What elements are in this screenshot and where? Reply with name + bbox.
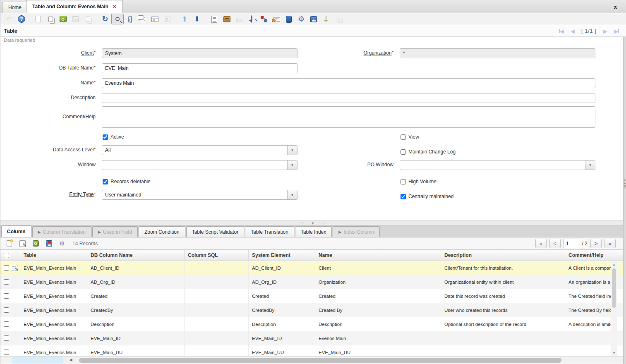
centrally-maintained-checkbox[interactable] [401, 194, 406, 199]
table-row[interactable]: EVE_Main_Evenos Main AD_Client_ID AD_Cli… [0, 261, 623, 275]
col-header-table[interactable]: Table [20, 250, 87, 261]
last-record-icon[interactable]: ▶ [614, 28, 619, 34]
undo-icon[interactable]: ↶ [3, 14, 15, 24]
process-icon[interactable]: ⚙ [295, 14, 307, 24]
tab-table-translation[interactable]: Table Translation [245, 226, 294, 237]
horizontal-scroll-thumb[interactable] [79, 358, 561, 363]
detail-save-icon[interactable] [44, 239, 53, 248]
row-checkbox[interactable] [4, 293, 9, 299]
entity-type-field[interactable] [102, 190, 297, 200]
data-access-level-field[interactable] [102, 145, 297, 155]
window-dropdown-icon[interactable] [287, 160, 297, 170]
requery-icon[interactable]: ↻ [99, 14, 111, 24]
view-checkbox[interactable] [401, 134, 406, 140]
scroll-down-icon[interactable]: ▼ [611, 350, 617, 356]
active-checkbox[interactable] [103, 134, 108, 140]
save-icon[interactable] [69, 14, 82, 24]
horizontal-splitter[interactable]: ···▼··· [0, 220, 623, 226]
grid-vertical-scrollbar[interactable]: ▲ ▼ [611, 261, 617, 356]
comment-help-field[interactable] [102, 106, 595, 128]
scroll-left-icon[interactable]: ◀ [69, 357, 72, 362]
page-last-button[interactable]: » [604, 239, 616, 248]
tab-zoom-condition[interactable]: Zoom Condition [139, 226, 185, 237]
print-label-icon[interactable] [332, 14, 345, 24]
east-splitter[interactable]: ⣿▸⣿ [623, 37, 626, 364]
page-number-input[interactable] [564, 239, 579, 248]
col-header-description[interactable]: Description [441, 250, 565, 261]
detail-process-icon[interactable]: ⚙ [58, 239, 67, 248]
workflow-icon[interactable]: ↘ [258, 14, 270, 24]
select-all-checkbox[interactable] [4, 253, 9, 258]
entity-type-dropdown-icon[interactable] [287, 190, 297, 199]
splitter-collapse-icon[interactable]: ▼ [311, 221, 315, 225]
tab-home[interactable]: Home [2, 2, 28, 13]
client-field[interactable] [102, 48, 297, 58]
po-window-dropdown-icon[interactable] [585, 160, 595, 170]
tab-table-script-validator[interactable]: Table Script Validator [186, 226, 245, 237]
grid-horizontal-scrollbar[interactable]: ◀ [0, 356, 623, 364]
table-row[interactable]: EVE_Main_Evenos Main EVE_Main_UU EVE_Mai… [0, 345, 623, 356]
vertical-scroll-thumb[interactable] [612, 268, 616, 308]
help-icon[interactable]: ? [15, 14, 28, 24]
data-access-level-dropdown-icon[interactable] [287, 146, 297, 155]
name-field[interactable] [102, 78, 595, 88]
maintain-change-log-checkbox[interactable] [401, 149, 406, 155]
description-field[interactable] [102, 93, 595, 103]
csv-import-icon[interactable]: ← [320, 14, 332, 24]
window-size-icon[interactable] [161, 14, 173, 24]
toggle-grid-icon[interactable] [149, 14, 161, 24]
tab-used-in-field[interactable]: ▶Used in Field [92, 226, 138, 237]
col-header-column-sql[interactable]: Column SQL [185, 250, 249, 261]
page-next-button[interactable]: > [590, 239, 602, 248]
tab-table-and-column[interactable]: Table and Column: Evenos Main ✕ [26, 0, 123, 13]
row-checkbox[interactable] [4, 265, 9, 271]
detail-record-icon[interactable]: ⬇ [191, 14, 203, 24]
db-table-name-field[interactable] [102, 63, 297, 73]
table-row[interactable]: EVE_Main_Evenos Main CreatedBy CreatedBy… [0, 303, 623, 317]
row-edit-icon[interactable] [11, 265, 17, 271]
collapse-header-icon[interactable]: « [612, 3, 620, 11]
row-checkbox[interactable] [4, 321, 9, 327]
attachment-icon[interactable] [124, 14, 136, 24]
row-checkbox[interactable] [4, 335, 9, 341]
records-deletable-checkbox[interactable] [103, 179, 108, 184]
first-record-icon[interactable]: ◀ [559, 28, 564, 34]
find-icon[interactable] [111, 14, 124, 24]
detail-edit-record-icon[interactable]: ✎ [18, 239, 27, 248]
detail-delete-record-icon[interactable]: ♻ [31, 239, 40, 248]
archive-icon[interactable] [221, 14, 233, 24]
row-checkbox[interactable] [4, 307, 9, 313]
next-record-icon[interactable]: ▶ [603, 28, 607, 34]
table-row[interactable]: EVE_Main_Evenos Main EVE_Main_ID EVE_Mai… [0, 331, 623, 345]
tab-column-translation[interactable]: ▶Column Translation [32, 226, 91, 237]
copy-record-icon[interactable] [44, 14, 57, 24]
previous-record-icon[interactable]: ◀ [571, 28, 575, 34]
tab-column[interactable]: Column [1, 225, 31, 237]
parent-record-icon[interactable]: ⬆ [178, 14, 191, 24]
product-info-icon[interactable] [283, 14, 295, 24]
close-tab-icon[interactable]: ✕ [113, 4, 117, 10]
scroll-up-icon[interactable]: ▲ [611, 261, 617, 268]
row-checkbox[interactable] [4, 350, 9, 355]
col-header-system-element[interactable]: System Element [249, 250, 315, 261]
chat-icon[interactable] [136, 14, 149, 24]
row-checkbox[interactable] [4, 279, 9, 285]
report-icon[interactable] [208, 14, 221, 24]
requests-icon[interactable] [270, 14, 283, 24]
organization-field[interactable] [400, 48, 595, 58]
table-row[interactable]: EVE_Main_Evenos Main Created Created Cre… [0, 289, 623, 303]
print-icon[interactable] [233, 14, 245, 24]
table-row[interactable]: EVE_Main_Evenos Main AD_Org_ID AD_Org_ID… [0, 275, 623, 289]
col-header-db-column-name[interactable]: DB Column Name [87, 250, 185, 261]
page-previous-button[interactable]: < [549, 239, 561, 248]
col-header-name[interactable]: Name [315, 250, 441, 261]
delete-record-icon[interactable]: ♻ [57, 14, 69, 24]
po-window-field[interactable] [400, 160, 595, 170]
export-icon[interactable]: ↓ [307, 14, 320, 24]
page-first-button[interactable]: « [535, 239, 547, 248]
save-create-new-icon[interactable] [82, 14, 94, 24]
window-field[interactable] [102, 160, 297, 170]
table-row[interactable]: EVE_Main_Evenos Main Description Descrip… [0, 317, 623, 331]
zoom-across-icon[interactable]: ◄ [245, 14, 258, 24]
col-header-comment-help[interactable]: Comment/Help [565, 250, 616, 261]
